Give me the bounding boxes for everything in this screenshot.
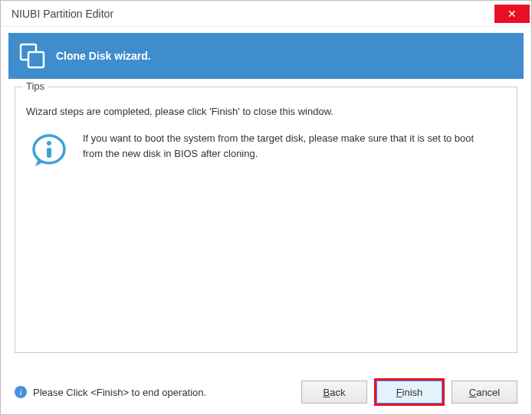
footer-hint-area: i Please Click <Finish> to end operation… — [15, 386, 206, 398]
svg-point-3 — [47, 141, 51, 145]
close-icon: ✕ — [507, 8, 517, 20]
close-button[interactable]: ✕ — [494, 5, 530, 23]
finish-button[interactable]: Finish — [376, 381, 442, 404]
wizard-title: Clone Disk wizard. — [56, 50, 151, 62]
wizard-banner: Clone Disk wizard. — [8, 33, 524, 79]
svg-rect-4 — [47, 148, 51, 158]
footer: i Please Click <Finish> to end operation… — [15, 381, 517, 404]
info-row: If you want to boot the system from the … — [26, 131, 506, 169]
wizard-completed-text: Wizard steps are completed, please click… — [26, 106, 506, 117]
back-button[interactable]: Back — [301, 381, 367, 404]
footer-hint: Please Click <Finish> to end operation. — [33, 387, 206, 398]
svg-rect-1 — [28, 52, 44, 67]
info-small-icon: i — [15, 386, 27, 398]
tips-legend: Tips — [23, 80, 48, 92]
content-area: Tips Wizard steps are completed, please … — [15, 87, 517, 353]
clone-disk-icon — [19, 43, 45, 69]
footer-buttons: Back Finish Cancel — [301, 381, 517, 404]
cancel-button[interactable]: Cancel — [452, 381, 517, 404]
tips-fieldset: Tips Wizard steps are completed, please … — [15, 87, 517, 353]
info-icon — [26, 131, 72, 169]
titlebar: NIUBI Partition Editor ✕ — [1, 1, 531, 27]
info-text: If you want to boot the system from the … — [72, 131, 506, 161]
window-title: NIUBI Partition Editor — [11, 8, 113, 20]
